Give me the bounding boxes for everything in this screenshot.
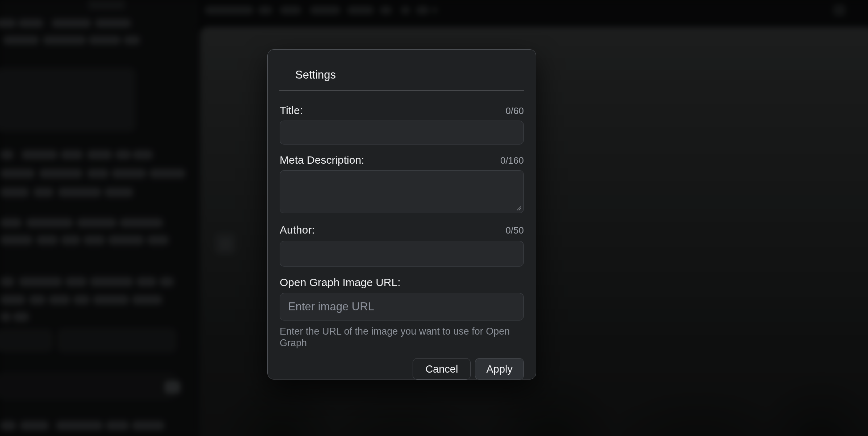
- title-label: Title:: [280, 105, 303, 116]
- meta-description-label: Meta Description:: [280, 154, 364, 166]
- title-char-counter: 0/60: [505, 105, 524, 116]
- apply-button[interactable]: Apply: [475, 358, 524, 380]
- og-image-helper-text: Enter the URL of the image you want to u…: [280, 326, 524, 349]
- dialog-title: Settings: [295, 68, 536, 81]
- cancel-button[interactable]: Cancel: [413, 358, 471, 380]
- header-divider: [279, 90, 524, 91]
- author-label: Author:: [280, 224, 315, 236]
- author-input[interactable]: [280, 241, 524, 267]
- meta-description-textarea[interactable]: [280, 170, 524, 213]
- meta-description-field-group: Meta Description: 0/160: [280, 154, 524, 213]
- og-image-url-input[interactable]: [280, 293, 524, 320]
- dialog-body: Title: 0/60 Meta Description: 0/160: [268, 105, 536, 380]
- og-image-field-group: Open Graph Image URL: Enter the URL of t…: [280, 277, 524, 349]
- author-field-group: Author: 0/50: [280, 224, 524, 267]
- meta-description-char-counter: 0/160: [500, 155, 524, 166]
- screen: Settings Title: 0/60 Meta Description: 0…: [0, 0, 868, 436]
- og-image-url-label: Open Graph Image URL:: [280, 277, 401, 288]
- dialog-actions: Cancel Apply: [280, 358, 524, 380]
- title-field-group: Title: 0/60: [280, 105, 524, 144]
- resize-handle-icon[interactable]: [516, 205, 521, 211]
- settings-dialog: Settings Title: 0/60 Meta Description: 0…: [267, 49, 536, 380]
- author-char-counter: 0/50: [505, 225, 524, 236]
- title-input[interactable]: [280, 121, 524, 144]
